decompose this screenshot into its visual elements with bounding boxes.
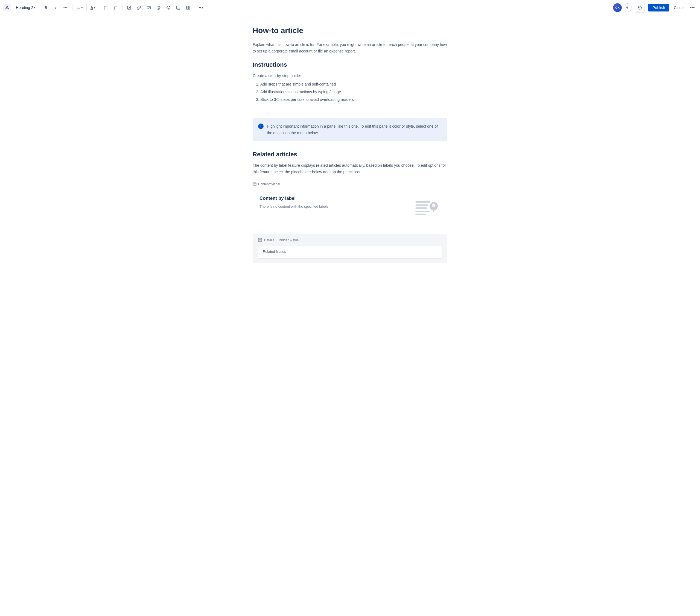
insert-button[interactable]: + ▾ <box>197 3 205 12</box>
no-content-illustration <box>413 196 440 220</box>
steps-list: Add steps that are simple and self-conta… <box>253 81 447 103</box>
list-item[interactable]: Add illustrations to instructions by typ… <box>260 89 447 95</box>
details-macro-name: Details <box>264 238 274 242</box>
svg-point-36 <box>432 203 435 207</box>
pipe-separator: | <box>276 238 277 242</box>
content-by-label-title: Content by label <box>260 196 328 201</box>
table-button[interactable] <box>174 3 183 12</box>
layout-button[interactable] <box>184 3 192 12</box>
image-button[interactable] <box>145 3 153 12</box>
svg-rect-17 <box>127 6 131 9</box>
toolbar: Heading 2 ▾ B I ••• ▾ A ▾ 1.2.3. <box>0 0 700 15</box>
history-button[interactable] <box>635 3 645 13</box>
list-item[interactable]: Add steps that are simple and self-conta… <box>260 81 447 88</box>
svg-rect-37 <box>415 211 429 212</box>
svg-rect-23 <box>177 6 180 9</box>
svg-point-21 <box>167 7 168 8</box>
svg-rect-27 <box>187 6 188 9</box>
svg-rect-32 <box>415 201 430 203</box>
align-button[interactable]: ▾ <box>75 3 84 12</box>
toolbar-divider-3 <box>86 4 87 11</box>
svg-point-7 <box>104 8 105 8</box>
more-options-icon: ••• <box>690 5 695 10</box>
spacer <box>253 110 447 118</box>
chevron-down-icon: ▾ <box>34 6 35 9</box>
details-table: Related issues <box>258 246 442 258</box>
svg-rect-34 <box>415 207 427 209</box>
svg-rect-28 <box>188 6 190 9</box>
more-text-button[interactable]: ••• <box>61 3 70 12</box>
publish-button[interactable]: Publish <box>648 4 670 12</box>
svg-point-22 <box>169 7 169 8</box>
bold-button[interactable]: B <box>41 3 50 12</box>
mention-button[interactable]: @ <box>154 3 163 12</box>
macro-icon <box>258 238 262 243</box>
svg-point-20 <box>167 6 170 9</box>
ordered-list-button[interactable]: 1.2.3. <box>111 3 120 12</box>
content-by-label-box[interactable]: Content by label There is no content wit… <box>253 189 447 227</box>
more-text-icon: ••• <box>63 6 68 10</box>
toolbar-divider-4 <box>99 4 99 11</box>
toolbar-divider-5 <box>122 4 123 11</box>
table-cell-value[interactable] <box>350 246 442 258</box>
content-by-label-empty: There is no content with the specified l… <box>260 204 328 208</box>
chevron-down-icon: ▾ <box>94 6 95 9</box>
avatar-group: CK + <box>613 3 632 12</box>
toolbar-divider-6 <box>195 4 195 11</box>
details-hidden-label: hidden = true <box>279 238 299 242</box>
font-color-button[interactable]: A ▾ <box>89 3 97 12</box>
add-collaborator-button[interactable]: + <box>623 3 632 12</box>
close-button[interactable]: Close <box>671 4 687 12</box>
chevron-down-icon: ▾ <box>81 6 83 9</box>
chevron-down-icon: ▾ <box>202 6 203 9</box>
toolbar-divider-1 <box>39 4 39 11</box>
macro-icon <box>253 182 257 187</box>
svg-rect-33 <box>415 204 428 206</box>
heading-label: Heading 2 <box>16 5 33 10</box>
link-button[interactable] <box>135 3 143 12</box>
logo <box>3 4 11 12</box>
list-item[interactable]: Stick to 3-5 steps per task to avoid ove… <box>260 97 447 103</box>
info-icon: i <box>258 124 264 129</box>
more-options-button[interactable]: ••• <box>688 3 697 12</box>
intro-paragraph[interactable]: Explain what this how-to article is for.… <box>253 41 447 55</box>
svg-point-5 <box>104 6 105 7</box>
instructions-lead[interactable]: Create a step-by-step guide: <box>253 73 447 79</box>
align-icon <box>76 5 81 10</box>
macro-contentbylabel-label: Contentbylabel <box>253 182 447 187</box>
svg-point-9 <box>104 9 105 9</box>
avatar[interactable]: CK <box>613 3 622 12</box>
info-panel[interactable]: i Highlight important information in a p… <box>253 118 447 141</box>
emoji-button[interactable] <box>164 3 173 12</box>
content-by-label-left: Content by label There is no content wit… <box>260 196 328 208</box>
details-label: Details | hidden = true <box>258 238 442 243</box>
svg-rect-0 <box>3 4 11 12</box>
heading-selector[interactable]: Heading 2 ▾ <box>14 5 37 10</box>
svg-rect-39 <box>259 238 262 242</box>
italic-button[interactable]: I <box>51 3 60 12</box>
svg-rect-29 <box>253 182 256 185</box>
instructions-heading[interactable]: Instructions <box>253 61 447 68</box>
details-macro[interactable]: Details | hidden = true Related issues <box>253 234 447 263</box>
font-color-icon: A <box>90 5 93 10</box>
editor-content: How-to article Explain what this how-to … <box>246 15 454 291</box>
plus-icon: + <box>199 5 201 10</box>
svg-text:3.: 3. <box>114 8 115 10</box>
related-articles-heading[interactable]: Related articles <box>253 151 447 158</box>
related-articles-text[interactable]: The content by label feature displays re… <box>253 162 447 176</box>
task-button[interactable] <box>125 3 134 12</box>
svg-rect-38 <box>415 214 426 215</box>
table-cell-related-issues[interactable]: Related issues <box>259 246 350 258</box>
bullet-list-button[interactable] <box>101 3 110 12</box>
table-row: Related issues <box>259 246 441 258</box>
info-panel-text: Highlight important information in a pan… <box>267 123 442 136</box>
page-title[interactable]: How-to article <box>253 26 447 35</box>
toolbar-divider-2 <box>72 4 73 11</box>
